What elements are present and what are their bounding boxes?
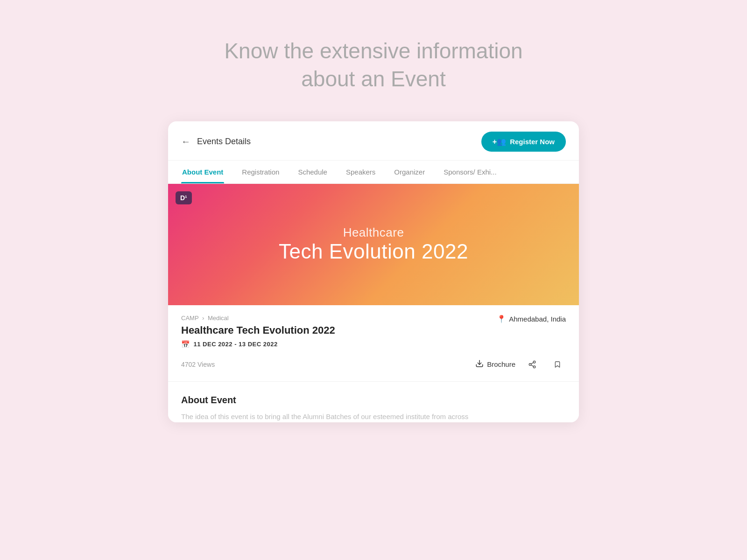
header-left: ← Events Details xyxy=(181,136,251,147)
brochure-label: Brochure xyxy=(487,360,515,368)
tab-schedule[interactable]: Schedule xyxy=(297,161,328,183)
event-banner: D¹ Healthcare Tech Evolution 2022 xyxy=(168,184,579,305)
event-name: Healthcare Tech Evolution 2022 xyxy=(181,324,335,336)
tab-registration[interactable]: Registration xyxy=(241,161,280,183)
tab-organizer[interactable]: Organizer xyxy=(393,161,426,183)
page-heading: Know the extensive information about an … xyxy=(224,37,522,93)
back-button[interactable]: ← xyxy=(181,136,190,147)
event-meta-left: CAMP › Medical Healthcare Tech Evolution… xyxy=(181,315,335,349)
bookmark-button[interactable] xyxy=(549,356,566,373)
register-icon: +👥 xyxy=(493,137,506,146)
event-details-card: ← Events Details +👥 Register Now About E… xyxy=(168,121,579,422)
register-btn-label: Register Now xyxy=(510,138,555,146)
svg-line-4 xyxy=(531,365,533,366)
tab-speakers[interactable]: Speakers xyxy=(345,161,376,183)
heading-line2: about an Event xyxy=(301,67,445,91)
page-title: Events Details xyxy=(197,137,251,147)
about-event-title: About Event xyxy=(181,395,566,406)
banner-logo: D¹ xyxy=(176,191,192,204)
breadcrumb-sub: Medical xyxy=(208,315,229,322)
tabs-bar: About Event Registration Schedule Speake… xyxy=(168,161,579,184)
event-info-top: CAMP › Medical Healthcare Tech Evolution… xyxy=(181,315,566,349)
event-info-bottom: 4702 Views Brochure xyxy=(181,356,566,373)
about-section: About Event The idea of this event is to… xyxy=(168,382,579,422)
event-date-text: 11 DEC 2022 - 13 DEC 2022 xyxy=(194,341,278,348)
event-location: 📍 Ahmedabad, India xyxy=(497,315,566,323)
share-button[interactable] xyxy=(524,356,541,373)
views-count: 4702 Views xyxy=(181,361,215,368)
location-pin-icon: 📍 xyxy=(497,315,506,323)
bookmark-icon xyxy=(554,360,561,369)
location-text: Ahmedabad, India xyxy=(509,315,566,323)
breadcrumb-separator: › xyxy=(202,315,204,322)
banner-title: Tech Evolution 2022 xyxy=(279,240,468,263)
breadcrumb-category: CAMP xyxy=(181,315,198,322)
tab-sponsors[interactable]: Sponsors/ Exhi... xyxy=(443,161,497,183)
about-event-text: The idea of this event is to bring all t… xyxy=(181,411,566,422)
register-now-button[interactable]: +👥 Register Now xyxy=(481,132,566,152)
share-icon xyxy=(528,360,536,369)
action-buttons: Brochure xyxy=(475,356,566,373)
download-icon xyxy=(475,359,484,370)
heading-line1: Know the extensive information xyxy=(224,39,522,63)
tab-about-event[interactable]: About Event xyxy=(181,161,224,183)
card-header: ← Events Details +👥 Register Now xyxy=(168,121,579,161)
event-info: CAMP › Medical Healthcare Tech Evolution… xyxy=(168,305,579,382)
banner-subtitle: Healthcare xyxy=(343,225,404,240)
event-breadcrumb: CAMP › Medical xyxy=(181,315,335,322)
svg-line-5 xyxy=(531,362,533,364)
event-date: 📅 11 DEC 2022 - 13 DEC 2022 xyxy=(181,340,335,349)
calendar-icon: 📅 xyxy=(181,340,190,349)
brochure-button[interactable]: Brochure xyxy=(475,359,515,370)
